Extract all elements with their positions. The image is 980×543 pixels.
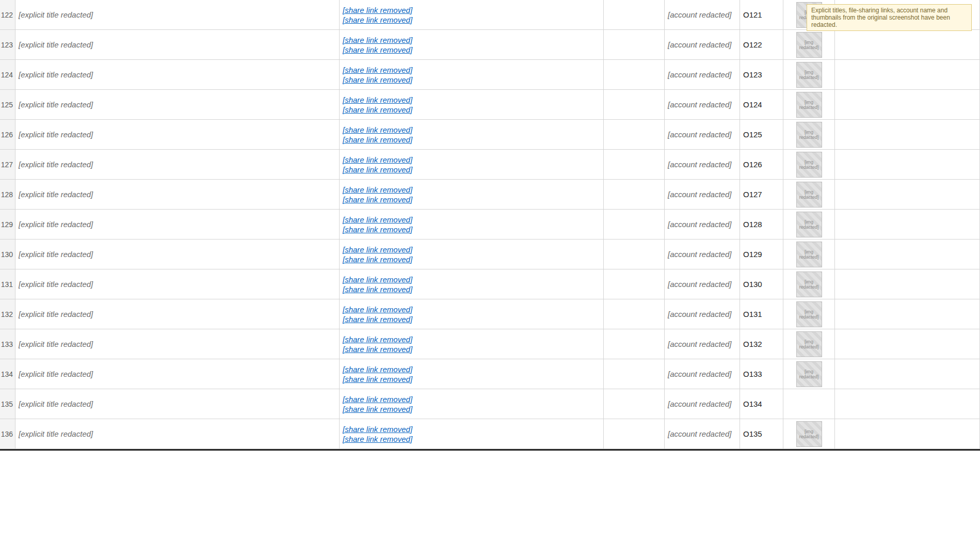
share-link-1[interactable]: [share link removed] bbox=[343, 425, 412, 434]
empty-cell[interactable] bbox=[604, 419, 665, 449]
title-cell[interactable]: [explicit title redacted] bbox=[15, 180, 340, 209]
share-link-2[interactable]: [share link removed] bbox=[343, 105, 412, 114]
thumbnail-cell[interactable]: [img redacted] bbox=[783, 30, 835, 59]
share-link-1[interactable]: [share link removed] bbox=[343, 335, 412, 344]
thumbnail-cell[interactable]: [img redacted] bbox=[783, 419, 835, 449]
trailing-cell[interactable] bbox=[835, 150, 980, 179]
code-cell[interactable]: O130 bbox=[740, 269, 783, 299]
thumbnail-cell[interactable]: [img redacted] bbox=[783, 90, 835, 119]
empty-cell[interactable] bbox=[604, 239, 665, 269]
trailing-cell[interactable] bbox=[835, 299, 980, 329]
share-link-2[interactable]: [share link removed] bbox=[343, 15, 412, 24]
row-number[interactable]: 131 bbox=[0, 269, 15, 299]
trailing-cell[interactable] bbox=[835, 210, 980, 239]
empty-cell[interactable] bbox=[604, 329, 665, 359]
thumbnail-cell[interactable]: [img redacted] bbox=[783, 120, 835, 149]
title-cell[interactable]: [explicit title redacted] bbox=[15, 210, 340, 239]
share-link-2[interactable]: [share link removed] bbox=[343, 75, 412, 84]
row-number[interactable]: 123 bbox=[0, 30, 15, 59]
title-cell[interactable]: [explicit title redacted] bbox=[15, 419, 340, 449]
empty-cell[interactable] bbox=[604, 269, 665, 299]
thumbnail-cell[interactable] bbox=[783, 389, 835, 419]
thumbnail-cell[interactable]: [img redacted] bbox=[783, 60, 835, 89]
title-cell[interactable]: [explicit title redacted] bbox=[15, 359, 340, 389]
row-number[interactable]: 128 bbox=[0, 180, 15, 209]
title-cell[interactable]: [explicit title redacted] bbox=[15, 90, 340, 119]
title-cell[interactable]: [explicit title redacted] bbox=[15, 150, 340, 179]
poster-cell[interactable]: [account redacted] bbox=[665, 389, 740, 419]
poster-cell[interactable]: [account redacted] bbox=[665, 90, 740, 119]
empty-cell[interactable] bbox=[604, 210, 665, 239]
share-link-1[interactable]: [share link removed] bbox=[343, 365, 412, 374]
row-number[interactable]: 124 bbox=[0, 60, 15, 89]
trailing-cell[interactable] bbox=[835, 419, 980, 449]
code-cell[interactable]: O126 bbox=[740, 150, 783, 179]
row-number[interactable]: 136 bbox=[0, 419, 15, 449]
trailing-cell[interactable] bbox=[835, 120, 980, 149]
share-link-2[interactable]: [share link removed] bbox=[343, 165, 412, 174]
code-cell[interactable]: O129 bbox=[740, 239, 783, 269]
poster-cell[interactable]: [account redacted] bbox=[665, 329, 740, 359]
code-cell[interactable]: O127 bbox=[740, 180, 783, 209]
code-cell[interactable]: O133 bbox=[740, 359, 783, 389]
title-cell[interactable]: [explicit title redacted] bbox=[15, 120, 340, 149]
code-cell[interactable]: O128 bbox=[740, 210, 783, 239]
trailing-cell[interactable] bbox=[835, 90, 980, 119]
thumbnail-cell[interactable]: [img redacted] bbox=[783, 329, 835, 359]
poster-cell[interactable]: [account redacted] bbox=[665, 60, 740, 89]
thumbnail-cell[interactable]: [img redacted] bbox=[783, 269, 835, 299]
empty-cell[interactable] bbox=[604, 30, 665, 59]
trailing-cell[interactable] bbox=[835, 329, 980, 359]
share-link-2[interactable]: [share link removed] bbox=[343, 285, 412, 294]
empty-cell[interactable] bbox=[604, 180, 665, 209]
code-cell[interactable]: O134 bbox=[740, 389, 783, 419]
row-number[interactable]: 126 bbox=[0, 120, 15, 149]
trailing-cell[interactable] bbox=[835, 239, 980, 269]
share-link-2[interactable]: [share link removed] bbox=[343, 255, 412, 264]
empty-cell[interactable] bbox=[604, 120, 665, 149]
share-link-1[interactable]: [share link removed] bbox=[343, 245, 412, 254]
trailing-cell[interactable] bbox=[835, 359, 980, 389]
share-link-2[interactable]: [share link removed] bbox=[343, 375, 412, 384]
share-link-1[interactable]: [share link removed] bbox=[343, 36, 412, 44]
poster-cell[interactable]: [account redacted] bbox=[665, 239, 740, 269]
share-link-1[interactable]: [share link removed] bbox=[343, 95, 412, 104]
row-number[interactable]: 122 bbox=[0, 0, 15, 29]
poster-cell[interactable]: [account redacted] bbox=[665, 210, 740, 239]
thumbnail-cell[interactable]: [img redacted] bbox=[783, 180, 835, 209]
code-cell[interactable]: O132 bbox=[740, 329, 783, 359]
empty-cell[interactable] bbox=[604, 299, 665, 329]
share-link-2[interactable]: [share link removed] bbox=[343, 45, 412, 54]
code-cell[interactable]: O125 bbox=[740, 120, 783, 149]
poster-cell[interactable]: [account redacted] bbox=[665, 299, 740, 329]
title-cell[interactable]: [explicit title redacted] bbox=[15, 389, 340, 419]
empty-cell[interactable] bbox=[604, 150, 665, 179]
share-link-2[interactable]: [share link removed] bbox=[343, 405, 412, 413]
share-link-2[interactable]: [share link removed] bbox=[343, 225, 412, 234]
code-cell[interactable]: O131 bbox=[740, 299, 783, 329]
share-link-2[interactable]: [share link removed] bbox=[343, 315, 412, 324]
share-link-2[interactable]: [share link removed] bbox=[343, 135, 412, 144]
code-cell[interactable]: O123 bbox=[740, 60, 783, 89]
share-link-1[interactable]: [share link removed] bbox=[343, 305, 412, 314]
title-cell[interactable]: [explicit title redacted] bbox=[15, 269, 340, 299]
share-link-1[interactable]: [share link removed] bbox=[343, 6, 412, 14]
thumbnail-cell[interactable]: [img redacted] bbox=[783, 299, 835, 329]
empty-cell[interactable] bbox=[604, 389, 665, 419]
thumbnail-cell[interactable]: [img redacted] bbox=[783, 210, 835, 239]
trailing-cell[interactable] bbox=[835, 30, 980, 59]
row-number[interactable]: 129 bbox=[0, 210, 15, 239]
empty-cell[interactable] bbox=[604, 90, 665, 119]
poster-cell[interactable]: [account redacted] bbox=[665, 180, 740, 209]
row-number[interactable]: 125 bbox=[0, 90, 15, 119]
code-cell[interactable]: O121 bbox=[740, 0, 783, 29]
poster-cell[interactable]: [account redacted] bbox=[665, 419, 740, 449]
code-cell[interactable]: O135 bbox=[740, 419, 783, 449]
empty-cell[interactable] bbox=[604, 359, 665, 389]
share-link-1[interactable]: [share link removed] bbox=[343, 185, 412, 194]
thumbnail-cell[interactable]: [img redacted] bbox=[783, 239, 835, 269]
code-cell[interactable]: O122 bbox=[740, 30, 783, 59]
row-number[interactable]: 127 bbox=[0, 150, 15, 179]
poster-cell[interactable]: [account redacted] bbox=[665, 120, 740, 149]
share-link-1[interactable]: [share link removed] bbox=[343, 66, 412, 74]
